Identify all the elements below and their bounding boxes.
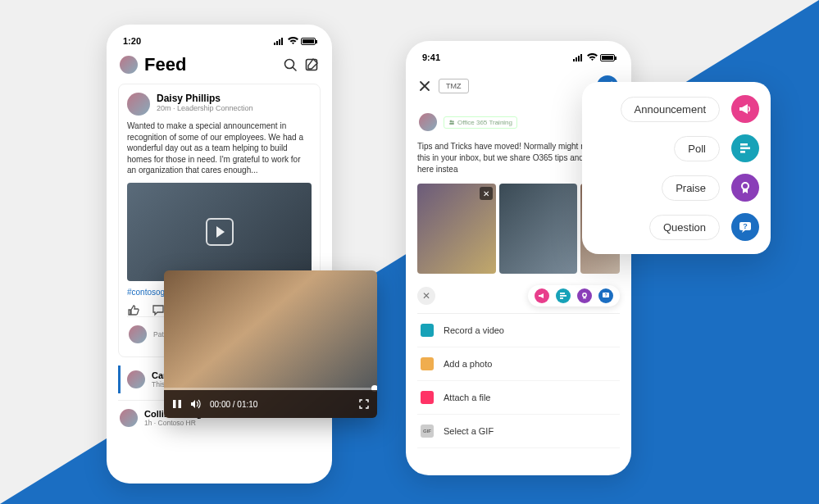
megaphone-icon	[731, 95, 759, 123]
battery-icon	[301, 38, 316, 45]
post-meta: 20m · Leadership Connection	[157, 104, 253, 112]
svg-rect-14	[740, 143, 748, 146]
status-icons	[274, 37, 316, 45]
svg-rect-8	[560, 293, 565, 294]
search-icon[interactable]	[283, 57, 298, 72]
volume-icon[interactable]	[190, 399, 202, 409]
svg-rect-3	[173, 400, 176, 408]
status-time: 1:20	[123, 36, 141, 46]
fullscreen-icon[interactable]	[359, 399, 369, 409]
video-icon	[421, 324, 434, 337]
video-controls: 00:00 / 01:10	[164, 390, 377, 418]
post-type-announcement[interactable]: Announcement	[594, 95, 759, 123]
post-type-label: Poll	[674, 136, 720, 161]
post-type-poll[interactable]: Poll	[594, 134, 759, 162]
page-title: Feed	[144, 54, 276, 75]
next-author-avatar	[120, 409, 138, 427]
announcement-mini-icon[interactable]	[535, 288, 549, 303]
status-icons	[573, 53, 615, 61]
post-type-label: Praise	[662, 175, 720, 201]
svg-rect-16	[740, 151, 745, 153]
play-icon[interactable]	[206, 218, 234, 246]
status-bar: 1:20	[118, 33, 321, 54]
post-type-label: Announcement	[621, 97, 720, 122]
attach-file[interactable]: Attach a file	[417, 381, 620, 415]
gif-icon: GIF	[421, 425, 434, 438]
svg-rect-10	[560, 297, 563, 299]
wifi-icon	[587, 53, 598, 61]
attachment-options: Record a video Add a photo Attach a file…	[417, 313, 620, 448]
remove-image-icon[interactable]: ✕	[480, 187, 493, 200]
gallery-image[interactable]: ✕	[417, 184, 496, 274]
next-post-meta: 1h · Contoso HR	[144, 419, 211, 427]
status-bar: 9:41	[417, 49, 620, 70]
reply-avatar	[127, 370, 145, 388]
file-icon	[421, 391, 434, 404]
svg-point-17	[742, 183, 748, 189]
comment-icon[interactable]	[152, 303, 165, 316]
me-avatar[interactable]	[120, 56, 138, 74]
wifi-icon	[288, 37, 298, 45]
praise-mini-icon[interactable]	[577, 288, 592, 303]
video-player[interactable]: 00:00 / 01:10	[164, 270, 377, 418]
author-avatar[interactable]	[127, 93, 150, 116]
svg-point-6	[452, 120, 453, 122]
group-pill[interactable]: Office 365 Training	[444, 116, 517, 129]
group-icon	[448, 119, 455, 125]
svg-point-5	[450, 120, 453, 123]
video-time: 00:00 / 01:10	[210, 400, 257, 409]
header-tag[interactable]: TMZ	[439, 79, 469, 93]
post-body: Wanted to make a special announcement in…	[127, 120, 312, 176]
post-type-question[interactable]: Question ?	[594, 213, 759, 241]
like-icon[interactable]	[127, 303, 140, 316]
svg-text:?: ?	[743, 222, 748, 230]
question-icon: ?	[731, 213, 759, 241]
post-type-mini-pills: ?	[528, 285, 620, 306]
collapse-icon[interactable]: ✕	[417, 287, 435, 305]
close-icon[interactable]	[419, 80, 430, 92]
compose-type-row: ✕ ?	[417, 285, 620, 306]
svg-text:?: ?	[604, 293, 607, 297]
compose-avatar[interactable]	[419, 113, 437, 131]
svg-point-11	[583, 293, 586, 297]
poll-mini-icon[interactable]	[556, 288, 571, 303]
feed-header: Feed	[118, 54, 321, 84]
attach-record-video[interactable]: Record a video	[417, 314, 620, 347]
post-type-menu: Announcement Poll Praise Question ?	[582, 82, 771, 254]
svg-rect-7	[449, 123, 454, 125]
compose-icon[interactable]	[304, 57, 319, 72]
battery-icon	[600, 54, 615, 61]
commenter-avatar	[129, 325, 147, 343]
status-time: 9:41	[422, 52, 440, 62]
svg-rect-4	[179, 400, 182, 408]
svg-rect-9	[560, 295, 566, 297]
signal-icon	[573, 54, 585, 61]
photo-icon	[421, 357, 434, 370]
signal-icon	[274, 38, 285, 45]
svg-rect-15	[740, 148, 750, 150]
pause-icon[interactable]	[172, 399, 182, 409]
post-video-thumbnail[interactable]	[127, 183, 312, 281]
attach-gif[interactable]: GIF Select a GIF	[417, 415, 620, 448]
gallery-image[interactable]	[499, 184, 578, 274]
question-mini-icon[interactable]: ?	[598, 288, 613, 303]
post-type-praise[interactable]: Praise	[594, 174, 759, 202]
badge-icon	[731, 174, 759, 202]
attach-add-photo[interactable]: Add a photo	[417, 347, 620, 381]
bars-icon	[731, 134, 759, 162]
author-name[interactable]: Daisy Phillips	[157, 93, 253, 104]
svg-line-1	[293, 67, 296, 70]
post-type-label: Question	[649, 215, 720, 240]
